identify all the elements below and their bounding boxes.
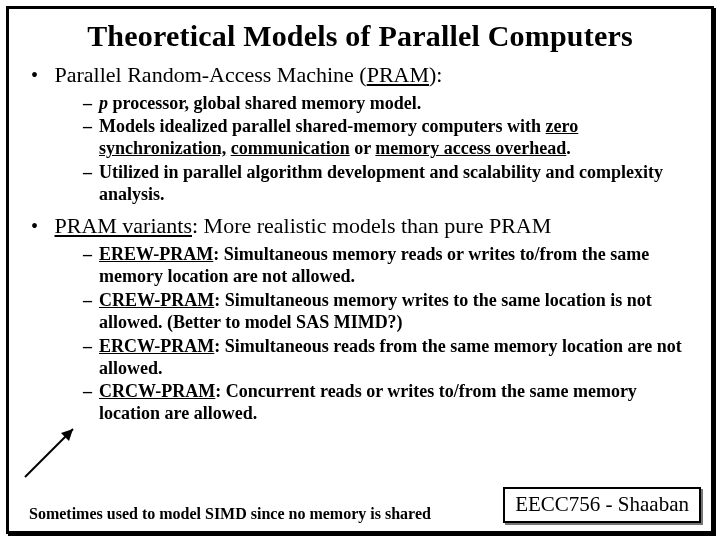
text: Parallel Random-Access Machine ( — [55, 62, 367, 87]
sub-item: ERCW-PRAM: Simultaneous reads from the s… — [83, 336, 693, 380]
sub-item: Utilized in parallel algorithm developme… — [83, 162, 693, 206]
sub-item: CREW-PRAM: Simultaneous memory writes to… — [83, 290, 693, 334]
text: . — [566, 138, 571, 158]
sub-item: Models idealized parallel shared-memory … — [83, 116, 693, 160]
pram-acronym: PRAM — [367, 62, 429, 87]
text: Models idealized parallel shared-memory … — [99, 116, 546, 136]
svg-marker-1 — [61, 429, 73, 441]
sub-list-2: EREW-PRAM: Simultaneous memory reads or … — [83, 244, 693, 426]
bullet-variants: PRAM variants: More realistic models tha… — [49, 212, 693, 425]
bullet-pram: Parallel Random-Access Machine (PRAM): p… — [49, 61, 693, 206]
slide-title: Theoretical Models of Parallel Computers — [27, 19, 693, 53]
text: or — [350, 138, 376, 158]
course-credit-text: EECC756 - Shaaban — [515, 492, 689, 516]
slide-frame: Theoretical Models of Parallel Computers… — [6, 6, 714, 534]
variant-label: CREW-PRAM — [99, 290, 214, 310]
variant-label: EREW-PRAM — [99, 244, 213, 264]
course-credit-box: EECC756 - Shaaban — [503, 487, 701, 523]
arrow-icon — [17, 415, 87, 485]
sub-item: CRCW-PRAM: Concurrent reads or writes to… — [83, 381, 693, 425]
sub-list-1: p processor, global shared memory model.… — [83, 93, 693, 207]
text: processor, global shared memory model. — [108, 93, 421, 113]
text: : More realistic models than pure PRAM — [192, 213, 551, 238]
footer-note: Sometimes used to model SIMD since no me… — [25, 505, 435, 523]
text: ): — [429, 62, 442, 87]
u-text: memory access overhead — [375, 138, 566, 158]
sub-item: p processor, global shared memory model. — [83, 93, 693, 115]
u-text: communication — [231, 138, 350, 158]
variants-label: PRAM variants — [55, 213, 193, 238]
svg-line-0 — [25, 429, 73, 477]
variant-label: ERCW-PRAM — [99, 336, 214, 356]
variant-label: CRCW-PRAM — [99, 381, 215, 401]
em-p: p — [99, 93, 108, 113]
sub-item: EREW-PRAM: Simultaneous memory reads or … — [83, 244, 693, 288]
bullet-list: Parallel Random-Access Machine (PRAM): p… — [49, 61, 693, 425]
